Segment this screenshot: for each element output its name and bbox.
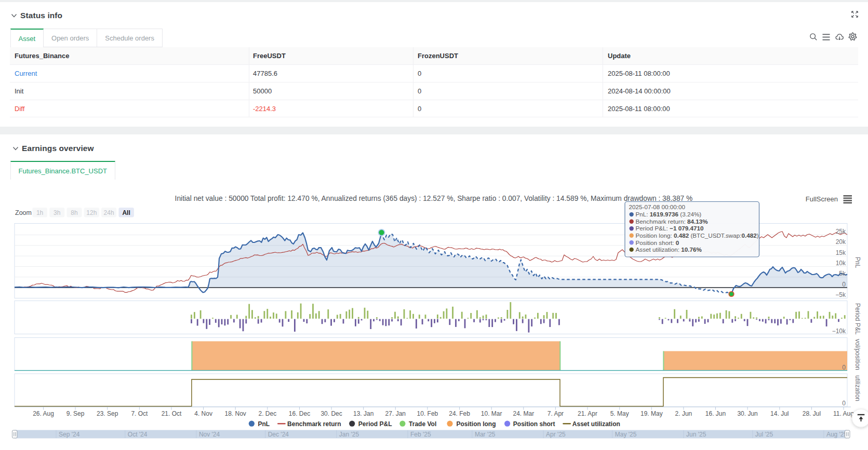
svg-text:Sep '24: Sep '24 — [59, 431, 80, 438]
svg-text:Period P&L: Period P&L — [854, 303, 861, 335]
svg-text:24. Feb: 24. Feb — [449, 410, 470, 417]
svg-text:16. Jun: 16. Jun — [705, 410, 726, 417]
svg-text:12h: 12h — [86, 209, 97, 216]
svg-text:0: 0 — [842, 364, 846, 371]
svg-text:21. Apr: 21. Apr — [578, 410, 597, 417]
svg-text:Jun '25: Jun '25 — [686, 431, 706, 438]
svg-text:Position long: Position long — [457, 420, 496, 428]
svg-text:7. Oct: 7. Oct — [131, 410, 148, 417]
svg-text:Feb '25: Feb '25 — [410, 431, 431, 438]
svg-text:30. Jun: 30. Jun — [737, 410, 757, 417]
svg-text:15k: 15k — [836, 249, 846, 256]
svg-text:Benchmark return: 84.13%: Benchmark return: 84.13% — [636, 218, 709, 225]
svg-text:4. Nov: 4. Nov — [194, 410, 212, 417]
svg-text:Initial net value : 50000 Tota: Initial net value : 50000 Total profit: … — [175, 195, 693, 202]
svg-text:13. Jan: 13. Jan — [353, 410, 373, 417]
svg-text:11. Aug: 11. Aug — [833, 410, 854, 417]
svg-text:PnL: 1619.9736 (3.24%): PnL: 1619.9736 (3.24%) — [636, 211, 702, 217]
svg-text:5. May: 5. May — [610, 410, 629, 417]
svg-text:PnL: PnL — [258, 420, 270, 428]
svg-text:vol/position: vol/position — [854, 339, 861, 370]
svg-text:25k: 25k — [836, 228, 846, 235]
svg-text:Benchmark return: Benchmark return — [287, 420, 341, 428]
svg-text:30. Dec: 30. Dec — [321, 410, 342, 417]
svg-text:7. Apr: 7. Apr — [547, 410, 564, 417]
svg-text:All: All — [122, 209, 130, 216]
svg-text:24. Mar: 24. Mar — [513, 410, 534, 417]
svg-text:14. Jul: 14. Jul — [770, 410, 789, 417]
svg-text:8h: 8h — [71, 209, 77, 216]
svg-text:Jan '25: Jan '25 — [339, 431, 359, 438]
svg-text:Oct '24: Oct '24 — [128, 431, 148, 438]
svg-text:10. Mar: 10. Mar — [481, 410, 502, 417]
svg-text:Nov '24: Nov '24 — [199, 431, 220, 438]
svg-text:Period P&L: Period P&L — [358, 420, 392, 428]
svg-text:Position short: 0: Position short: 0 — [636, 239, 679, 246]
svg-text:0: 0 — [842, 400, 846, 407]
svg-text:27. Jan: 27. Jan — [385, 410, 406, 417]
svg-text:21. Oct: 21. Oct — [162, 410, 182, 417]
svg-text:Apr '25: Apr '25 — [546, 431, 566, 438]
svg-text:23. Sep: 23. Sep — [97, 410, 118, 417]
svg-text:Aug '25: Aug '25 — [826, 431, 848, 438]
svg-text:Mar '25: Mar '25 — [475, 431, 496, 438]
svg-text:Position long: 0.482 (BTC_USDT: Position long: 0.482 (BTC_USDT.swap:0.48… — [636, 232, 759, 239]
svg-text:20k: 20k — [836, 238, 846, 246]
svg-text:Trade Vol: Trade Vol — [409, 420, 436, 428]
svg-text:Position short: Position short — [513, 420, 555, 428]
svg-text:Jul '25: Jul '25 — [755, 431, 773, 438]
svg-text:Asset utilization: 10.76%: Asset utilization: 10.76% — [636, 246, 702, 253]
svg-text:10. Feb: 10. Feb — [417, 410, 438, 417]
svg-text:26. Aug: 26. Aug — [33, 410, 54, 417]
svg-text:2. Jun: 2. Jun — [675, 410, 692, 417]
svg-text:−5k: −5k — [835, 291, 846, 298]
svg-text:3h: 3h — [54, 209, 60, 216]
svg-text:10k: 10k — [836, 260, 846, 267]
svg-text:May '25: May '25 — [615, 431, 637, 438]
svg-text:24h: 24h — [104, 209, 114, 216]
svg-text:Asset utilization: Asset utilization — [572, 420, 620, 428]
svg-text:PnL: PnL — [854, 257, 861, 268]
svg-text:19. May: 19. May — [640, 410, 663, 417]
svg-text:5k: 5k — [839, 270, 846, 277]
svg-text:Zoom: Zoom — [15, 209, 32, 216]
svg-text:2025-07-08 00:00:00: 2025-07-08 00:00:00 — [629, 203, 686, 210]
svg-text:16. Dec: 16. Dec — [289, 410, 310, 417]
svg-text:−10k: −10k — [832, 328, 846, 335]
svg-text:utilization: utilization — [854, 375, 861, 401]
svg-text:FullScreen: FullScreen — [806, 195, 838, 203]
svg-text:Period P&L: −1 079.4710: Period P&L: −1 079.4710 — [636, 225, 704, 231]
svg-text:18. Nov: 18. Nov — [225, 410, 246, 417]
svg-text:0: 0 — [842, 281, 846, 288]
svg-text:1h: 1h — [36, 209, 43, 216]
svg-text:Dec '24: Dec '24 — [268, 431, 289, 438]
svg-text:2. Dec: 2. Dec — [258, 410, 276, 417]
svg-text:9. Sep: 9. Sep — [66, 410, 85, 417]
svg-text:28. Jul: 28. Jul — [803, 410, 821, 417]
